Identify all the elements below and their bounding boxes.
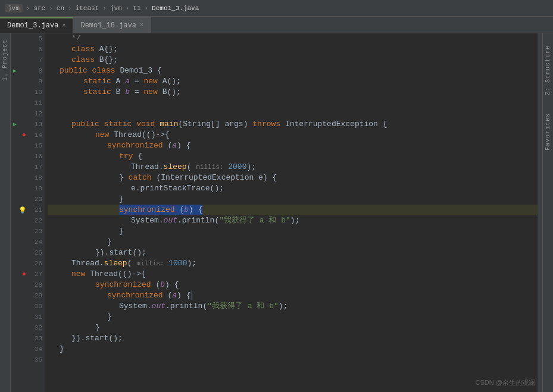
run-icon[interactable] bbox=[11, 345, 19, 353]
line-number: 30 bbox=[29, 303, 42, 310]
run-icon[interactable] bbox=[11, 45, 19, 54]
run-icon[interactable] bbox=[11, 109, 19, 118]
line-number: 21 bbox=[29, 206, 42, 214]
token: ) { bbox=[189, 205, 202, 215]
run-icon[interactable] bbox=[11, 324, 19, 332]
code-editor[interactable]: */class A{};class B{};public class Demo1… bbox=[45, 33, 538, 392]
run-icon[interactable] bbox=[11, 77, 19, 86]
run-icon[interactable] bbox=[11, 174, 19, 182]
code-line: } bbox=[48, 226, 538, 237]
token: sleep bbox=[104, 258, 127, 269]
tab-demo1-16[interactable]: Demo1_16.java × bbox=[73, 17, 151, 33]
run-icon[interactable] bbox=[11, 131, 19, 139]
line-number: 33 bbox=[29, 335, 42, 342]
run-icon[interactable] bbox=[11, 356, 19, 364]
run-icon[interactable] bbox=[11, 152, 19, 161]
gutter-row: 22 bbox=[11, 215, 45, 226]
tab-close-icon[interactable]: × bbox=[62, 23, 65, 29]
run-icon[interactable] bbox=[11, 56, 19, 64]
run-icon[interactable] bbox=[11, 291, 19, 300]
breakpoint-icon[interactable]: ● bbox=[20, 131, 29, 139]
gutter-row: 7 bbox=[11, 55, 45, 65]
code-line: e.printStackTrace(); bbox=[48, 183, 538, 194]
breakpoint-icon[interactable] bbox=[20, 345, 29, 353]
scrollbar[interactable] bbox=[538, 33, 542, 392]
breakpoint-icon[interactable] bbox=[20, 249, 29, 257]
run-icon[interactable] bbox=[11, 195, 19, 203]
breakpoint-icon[interactable] bbox=[20, 152, 29, 161]
run-icon[interactable] bbox=[11, 206, 14, 214]
breakpoint-icon[interactable] bbox=[20, 238, 29, 246]
token: 1000 bbox=[164, 258, 187, 269]
token: ) { bbox=[177, 290, 190, 301]
run-icon[interactable] bbox=[11, 142, 19, 150]
code-line bbox=[48, 108, 538, 119]
run-icon[interactable] bbox=[11, 302, 19, 311]
token: Thread. bbox=[71, 258, 104, 269]
token: ( bbox=[127, 258, 137, 269]
token: ); bbox=[290, 215, 300, 226]
code-line: } catch (InterruptedException e) { bbox=[48, 173, 538, 183]
breakpoint-icon[interactable] bbox=[20, 195, 29, 203]
breakpoint-icon[interactable] bbox=[20, 67, 29, 75]
run-icon[interactable] bbox=[11, 281, 19, 289]
breakpoint-icon[interactable] bbox=[20, 163, 29, 171]
breakpoint-icon[interactable] bbox=[20, 77, 29, 86]
breakpoint-icon[interactable] bbox=[20, 302, 29, 311]
breakpoint-icon[interactable] bbox=[20, 120, 29, 128]
run-icon[interactable] bbox=[11, 88, 19, 96]
breakpoint-icon[interactable] bbox=[20, 88, 29, 96]
breakpoint-icon[interactable] bbox=[20, 313, 29, 321]
run-icon[interactable] bbox=[11, 259, 19, 268]
breakpoint-icon[interactable] bbox=[20, 99, 29, 107]
breakpoint-icon[interactable] bbox=[20, 356, 29, 364]
gutter-row: 26 bbox=[11, 258, 45, 269]
breakpoint-icon[interactable] bbox=[20, 334, 29, 343]
run-icon[interactable] bbox=[11, 99, 19, 107]
breakpoint-icon[interactable] bbox=[20, 324, 29, 332]
favorites-label[interactable]: Favorites bbox=[545, 113, 551, 150]
run-icon[interactable] bbox=[11, 227, 19, 236]
run-icon[interactable] bbox=[11, 334, 19, 343]
breakpoint-icon[interactable] bbox=[20, 281, 29, 289]
tab-demo1-3[interactable]: Demo1_3.java × bbox=[0, 17, 73, 33]
token: "我获得了 a 和 b" bbox=[207, 301, 279, 312]
breakpoint-icon[interactable] bbox=[20, 174, 29, 182]
gutter-row: ▶8 bbox=[11, 65, 45, 76]
run-icon[interactable] bbox=[11, 217, 19, 225]
run-icon[interactable] bbox=[11, 313, 19, 321]
breakpoint-icon[interactable] bbox=[20, 56, 29, 64]
run-icon[interactable]: ▶ bbox=[11, 120, 19, 128]
run-icon[interactable] bbox=[11, 184, 19, 193]
breakpoint-icon[interactable] bbox=[20, 217, 29, 225]
editor-area: 1. Project 567▶89101112▶13●1415161718192… bbox=[0, 33, 553, 392]
breadcrumb-file: Demo1_3.java bbox=[152, 5, 199, 12]
z-structure-label[interactable]: Z: Structure bbox=[545, 45, 551, 95]
breakpoint-icon[interactable]: ● bbox=[20, 270, 29, 278]
breakpoint-icon[interactable] bbox=[20, 109, 29, 118]
right-panels[interactable]: Z: Structure Favorites bbox=[542, 33, 553, 392]
run-icon[interactable] bbox=[11, 238, 19, 246]
line-number: 26 bbox=[29, 260, 42, 267]
run-icon[interactable] bbox=[11, 249, 19, 257]
line-number: 9 bbox=[29, 78, 42, 85]
run-icon[interactable]: ▶ bbox=[11, 67, 19, 75]
code-line: }).start(); bbox=[48, 333, 538, 344]
breakpoint-icon[interactable] bbox=[15, 206, 18, 214]
run-icon[interactable] bbox=[11, 163, 19, 171]
breakpoint-icon[interactable] bbox=[20, 227, 29, 236]
breakpoint-icon[interactable] bbox=[20, 35, 29, 43]
breakpoint-icon[interactable] bbox=[20, 291, 29, 300]
token: Thread. bbox=[131, 162, 164, 173]
run-icon[interactable] bbox=[11, 270, 19, 278]
breakpoint-icon[interactable] bbox=[20, 184, 29, 193]
tab-close-icon[interactable]: × bbox=[140, 22, 143, 29]
run-icon[interactable] bbox=[11, 35, 19, 43]
token: } bbox=[119, 226, 124, 237]
gutter-row: 20 bbox=[11, 194, 45, 205]
token: b bbox=[184, 205, 189, 215]
breakpoint-icon[interactable] bbox=[20, 142, 29, 150]
breakpoint-icon[interactable] bbox=[20, 45, 29, 54]
project-sidebar[interactable]: 1. Project bbox=[0, 33, 11, 392]
breakpoint-icon[interactable] bbox=[20, 259, 29, 268]
